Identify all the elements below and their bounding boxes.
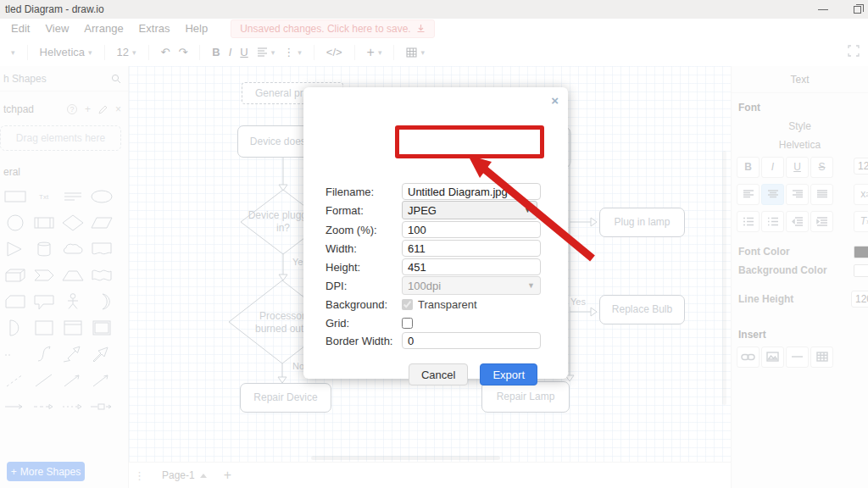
zoom-input[interactable] xyxy=(402,221,541,238)
transparent-checkbox xyxy=(402,299,413,310)
grid-label: Grid: xyxy=(326,317,402,330)
zoom-label: Zoom (%): xyxy=(326,224,402,236)
height-label: Height: xyxy=(326,261,402,274)
format-select[interactable]: JPEG ▼ xyxy=(402,201,537,219)
window-title: tled Diagram - draw.io xyxy=(5,3,104,15)
minimize-icon[interactable] xyxy=(818,9,828,10)
app-window: Edit View Arrange Extras Help Unsaved ch… xyxy=(0,19,868,488)
background-label: Background: xyxy=(326,298,402,311)
chevron-down-icon: ▼ xyxy=(524,206,531,214)
grid-checkbox[interactable] xyxy=(402,318,413,329)
dialog-close-icon[interactable]: × xyxy=(551,93,559,108)
window-titlebar: tled Diagram - draw.io xyxy=(0,0,868,19)
height-input[interactable] xyxy=(402,258,541,275)
maximize-icon[interactable] xyxy=(854,6,861,14)
width-label: Width: xyxy=(326,242,402,255)
export-image-dialog: × Filename: Format: JPEG ▼ Zoom (%): Wid… xyxy=(303,87,568,379)
export-button[interactable]: Export xyxy=(480,363,537,385)
border-width-label: Border Width: xyxy=(326,335,402,347)
dpi-label: DPI: xyxy=(326,280,402,292)
border-width-input[interactable] xyxy=(402,332,541,349)
filename-label: Filename: xyxy=(326,186,402,198)
width-input[interactable] xyxy=(402,240,541,257)
dpi-select: 100dpi ▼ xyxy=(402,276,541,295)
cancel-button[interactable]: Cancel xyxy=(409,363,468,385)
transparent-label: Transparent xyxy=(418,298,477,311)
filename-input[interactable] xyxy=(402,183,541,200)
format-label: Format: xyxy=(326,204,402,217)
chevron-down-icon: ▼ xyxy=(527,281,535,290)
